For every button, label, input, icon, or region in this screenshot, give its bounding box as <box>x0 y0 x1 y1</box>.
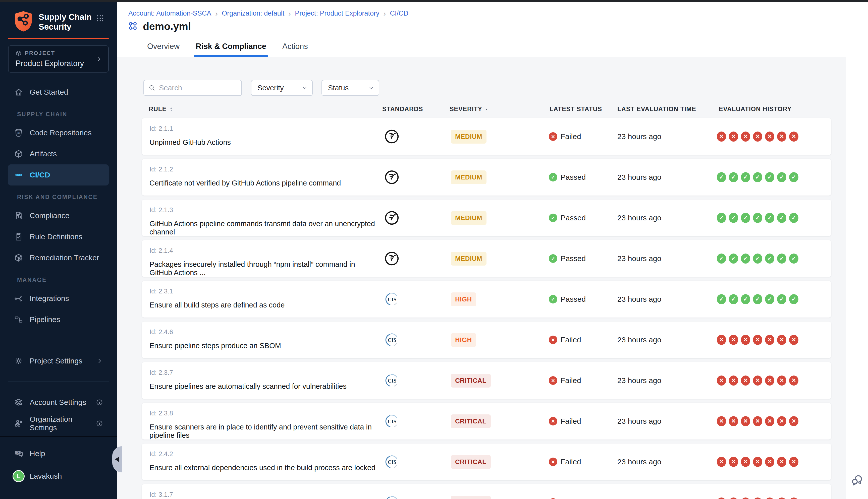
sidebar-item-artifacts[interactable]: Artifacts <box>8 143 109 165</box>
sidebar-item-label: Code Repositories <box>29 129 92 137</box>
history-fail-icon: ✕ <box>765 498 774 499</box>
column-header-severity[interactable]: SEVERITY <box>443 106 541 113</box>
rule-name: Packages insecurely installed through “n… <box>149 260 375 277</box>
search-input[interactable] <box>159 84 237 92</box>
chevron-right-icon <box>96 357 103 364</box>
sidebar-item-integrations[interactable]: Integrations <box>8 288 109 309</box>
rule-row[interactable]: Id: 2.4.6 Ensure pipeline steps produce … <box>142 321 831 358</box>
status-passed-icon: ✓ <box>549 173 557 182</box>
status-text: Passed <box>560 295 586 303</box>
evaluation-history: ✕✕✕✕✕✕✕ <box>710 118 831 155</box>
history-pass-icon: ✓ <box>729 254 738 264</box>
breadcrumb-link[interactable]: Project: Product Exploratory <box>295 10 379 17</box>
history-fail-icon: ✕ <box>789 335 798 345</box>
sort-desc-icon <box>484 107 489 111</box>
history-fail-icon: ✕ <box>717 457 726 467</box>
last-evaluation-time: 23 hours ago <box>609 240 710 277</box>
info-icon <box>96 399 103 406</box>
rule-id: Id: 2.1.2 <box>149 166 375 173</box>
search-icon <box>148 84 156 92</box>
table-header: RULESTANDARDSSEVERITYLATEST STATUSLAST E… <box>142 106 831 113</box>
breadcrumb-separator: › <box>288 10 291 17</box>
ci-cd-icon <box>14 170 23 180</box>
history-fail-icon: ✕ <box>765 132 774 142</box>
severity-badge: MEDIUM <box>451 252 486 266</box>
evaluation-history: ✓✓✓✓✓✓✓ <box>710 281 831 317</box>
sidebar-item-label: Remediation Tracker <box>29 254 99 262</box>
history-pass-icon: ✓ <box>717 213 726 223</box>
history-pass-icon: ✓ <box>789 254 798 264</box>
tab-risk-compliance[interactable]: Risk & Compliance <box>194 42 268 57</box>
cis-standard-icon: CIS <box>384 454 400 470</box>
sidebar-item-get-started[interactable]: Get Started <box>8 82 109 103</box>
window-top-edge <box>0 0 868 2</box>
breadcrumb-link[interactable]: Organization: default <box>222 10 284 17</box>
breadcrumb-separator: › <box>215 10 218 17</box>
sidebar-item-label: Project Settings <box>29 357 82 365</box>
rule-row[interactable]: Id: 2.1.3 GitHub Actions pipeline comman… <box>142 199 831 236</box>
sidebar-item-remediation-tracker[interactable]: Remediation Tracker <box>8 247 109 268</box>
sidebar-item-pipelines[interactable]: Pipelines <box>8 309 109 330</box>
svg-text:?: ? <box>17 451 19 454</box>
column-header-latest-status: LATEST STATUS <box>541 106 609 113</box>
rule-row[interactable]: Id: 2.1.2 Certificate not verified by Gi… <box>142 159 831 196</box>
history-fail-icon: ✕ <box>789 457 798 467</box>
history-pass-icon: ✓ <box>789 213 798 223</box>
severity-filter-dropdown[interactable]: Severity <box>251 80 313 96</box>
supply-chain-security-shield-icon <box>14 11 33 32</box>
status-text: Passed <box>560 254 586 263</box>
chat-bubbles-icon[interactable] <box>851 474 863 486</box>
tab-overview[interactable]: Overview <box>145 42 182 57</box>
rule-row[interactable]: Id: 2.3.7 Ensure pipelines are automatic… <box>142 362 831 399</box>
status-failed-icon: ✕ <box>549 132 557 141</box>
sidebar-item-rule-definitions[interactable]: Rule Definitions <box>8 226 109 247</box>
sidebar-item-ci-cd[interactable]: CI/CD <box>8 165 109 185</box>
user-menu[interactable]: L Lavakush <box>0 470 117 482</box>
history-fail-icon: ✕ <box>789 498 798 499</box>
sidebar-bottom: ? Help L Lavakush <box>0 436 117 499</box>
sidebar-item-account-settings[interactable]: Account Settings <box>8 392 109 413</box>
sort-icon <box>169 107 174 112</box>
breadcrumb-link[interactable]: Account: Automation-SSCA <box>128 10 211 17</box>
severity-badge: HIGH <box>451 333 476 347</box>
rule-row[interactable]: Id: 2.4.2 Ensure all external dependenci… <box>142 443 831 480</box>
history-pass-icon: ✓ <box>777 172 786 182</box>
rule-row[interactable]: Id: 2.3.1 Ensure all build steps are def… <box>142 281 831 317</box>
history-pass-icon: ✓ <box>741 213 750 223</box>
severity-badge: HIGH <box>451 292 476 306</box>
chevron-right-icon <box>95 56 103 63</box>
search-box[interactable] <box>143 80 242 96</box>
history-fail-icon: ✕ <box>789 132 798 142</box>
status-filter-label: Status <box>328 84 349 92</box>
integrations-icon <box>14 294 23 303</box>
column-header-rule[interactable]: RULE <box>142 106 375 113</box>
sidebar-item-help[interactable]: ? Help <box>0 443 117 464</box>
status-text: Failed <box>560 336 581 344</box>
sidebar-item-organization-settings[interactable]: Organization Settings <box>8 413 109 434</box>
rule-name: Ensure all external dependencies used in… <box>149 464 375 472</box>
sidebar-item-code-repositories[interactable]: </> Code Repositories <box>8 122 109 143</box>
info-icon <box>96 420 103 427</box>
rule-row[interactable]: Id: 2.1.1 Unpinned GitHub Actions MEDIUM… <box>142 118 831 155</box>
breadcrumb-link[interactable]: CI/CD <box>390 10 409 17</box>
cis-standard-icon: CIS <box>384 291 400 307</box>
sidebar-item-project-settings[interactable]: Project Settings <box>8 350 109 372</box>
status-filter-dropdown[interactable]: Status <box>322 80 379 96</box>
rule-row[interactable]: Id: 2.3.8 Ensure scanners are in place t… <box>142 403 831 439</box>
evaluation-history: ✕✕✕✕✕✕✕ <box>710 362 831 399</box>
project-selector[interactable]: PROJECT Product Exploratory <box>8 46 109 73</box>
status-text: Failed <box>560 417 581 425</box>
compliance-icon <box>14 211 23 220</box>
history-pass-icon: ✓ <box>777 294 786 304</box>
module-switcher-icon[interactable] <box>96 14 105 23</box>
rule-row[interactable]: Id: 3.1.7 CIS CRITICAL ✕ Failed 23 hours… <box>142 484 831 499</box>
rule-row[interactable]: Id: 2.1.4 Packages insecurely installed … <box>142 240 831 277</box>
severity-badge: CRITICAL <box>451 455 491 469</box>
sidebar-item-compliance[interactable]: Compliance <box>8 205 109 226</box>
severity-filter-label: Severity <box>257 84 284 92</box>
tab-actions[interactable]: Actions <box>280 42 310 57</box>
history-fail-icon: ✕ <box>777 416 786 426</box>
cicd-standard-icon <box>384 251 400 266</box>
history-pass-icon: ✓ <box>741 172 750 182</box>
history-pass-icon: ✓ <box>777 254 786 264</box>
